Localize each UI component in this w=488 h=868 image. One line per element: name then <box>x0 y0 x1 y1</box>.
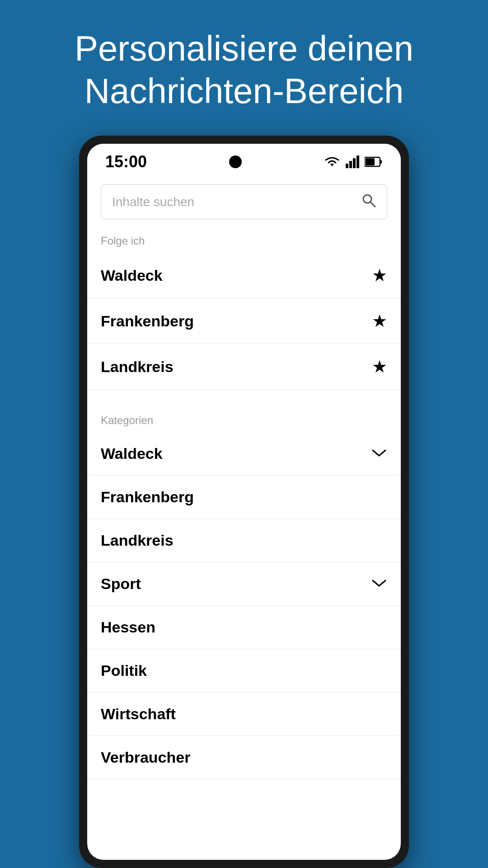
svg-rect-1 <box>349 161 352 168</box>
category-politik-label: Politik <box>101 662 147 679</box>
category-frankenberg-label: Frankenberg <box>101 488 194 506</box>
svg-line-8 <box>371 202 375 207</box>
category-item-sport[interactable]: Sport <box>87 562 401 606</box>
star-icon-frankenberg[interactable]: ★ <box>372 311 387 331</box>
svg-rect-6 <box>366 158 375 165</box>
chevron-down-icon-waldeck[interactable] <box>371 445 387 462</box>
battery-icon <box>365 156 383 167</box>
svg-rect-2 <box>353 158 356 168</box>
following-item-waldeck[interactable]: Waldeck ★ <box>87 253 401 298</box>
svg-rect-5 <box>380 160 382 164</box>
category-landkreis-label: Landkreis <box>101 532 174 549</box>
category-wirtschaft-label: Wirtschaft <box>101 705 176 723</box>
camera-dot <box>229 156 242 168</box>
chevron-down-icon-sport[interactable] <box>371 576 387 592</box>
header-background: Personalisiere deinen Nachrichten-Bereic… <box>0 0 488 140</box>
following-item-frankenberg-label: Frankenberg <box>101 312 194 330</box>
category-item-hessen[interactable]: Hessen <box>87 606 401 649</box>
search-container: Inhalte suchen <box>87 175 401 224</box>
star-icon-landkreis[interactable]: ★ <box>372 357 387 377</box>
star-icon-waldeck[interactable]: ★ <box>372 265 387 285</box>
category-sport-label: Sport <box>101 575 141 593</box>
following-item-frankenberg[interactable]: Frankenberg ★ <box>87 298 401 344</box>
categories-section-label: Kategorien <box>87 403 401 432</box>
search-box[interactable]: Inhalte suchen <box>101 184 387 219</box>
following-section-label: Folge ich <box>87 224 401 253</box>
following-item-landkreis-label: Landkreis <box>101 358 174 376</box>
following-item-landkreis[interactable]: Landkreis ★ <box>87 344 401 390</box>
category-item-waldeck[interactable]: Waldeck <box>87 432 401 476</box>
category-verbraucher-label: Verbraucher <box>101 749 190 766</box>
svg-rect-0 <box>346 164 348 168</box>
svg-rect-3 <box>357 156 359 168</box>
search-icon[interactable] <box>361 193 376 211</box>
category-item-landkreis[interactable]: Landkreis <box>87 519 401 562</box>
category-hessen-label: Hessen <box>101 618 155 636</box>
status-time: 15:00 <box>105 152 147 171</box>
content-area: Folge ich Waldeck ★ Frankenberg ★ Landkr… <box>87 224 401 860</box>
status-icons <box>324 156 383 168</box>
following-item-waldeck-label: Waldeck <box>101 267 163 284</box>
wifi-icon <box>324 156 340 168</box>
category-item-politik[interactable]: Politik <box>87 649 401 693</box>
signal-icon <box>346 156 359 168</box>
category-item-verbraucher[interactable]: Verbraucher <box>87 736 401 779</box>
phone-screen: 15:00 <box>87 144 401 860</box>
search-input[interactable]: Inhalte suchen <box>112 195 361 209</box>
status-bar: 15:00 <box>87 144 401 175</box>
category-item-frankenberg[interactable]: Frankenberg <box>87 476 401 519</box>
phone-device: 15:00 <box>79 136 409 868</box>
section-spacer <box>87 390 401 403</box>
category-waldeck-label: Waldeck <box>101 445 163 462</box>
category-item-wirtschaft[interactable]: Wirtschaft <box>87 693 401 736</box>
page-title: Personalisiere deinen Nachrichten-Bereic… <box>27 28 461 112</box>
